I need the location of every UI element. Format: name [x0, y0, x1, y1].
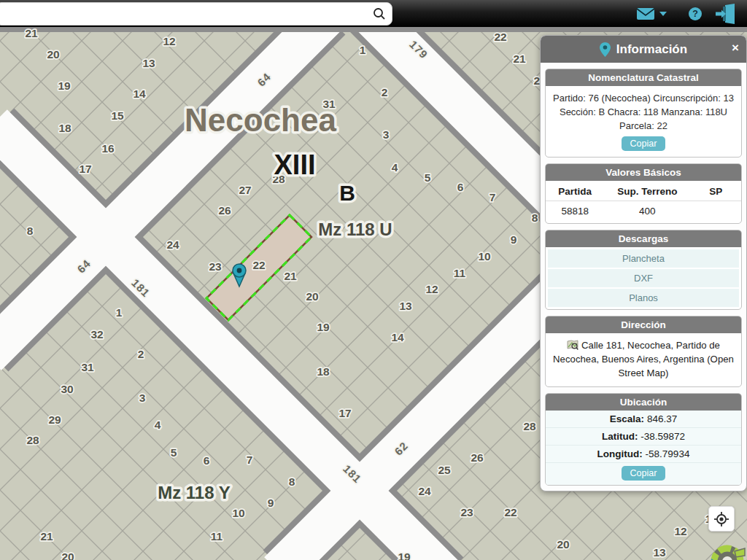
- col-sup-terreno: Sup. Terreno: [604, 181, 690, 201]
- parcel-number-label: 22: [504, 506, 516, 518]
- panel-title-bar: Información ×: [541, 36, 746, 63]
- parcel-number-label: 11: [454, 267, 466, 279]
- latitude-value: -38.59872: [640, 431, 685, 442]
- parcel-number-label: 4: [155, 419, 161, 431]
- map-top-border: [0, 27, 747, 32]
- parcel-number-label: 11: [211, 530, 223, 542]
- parcel-number-label: 23: [460, 506, 473, 518]
- parcel-number-label: 26: [471, 451, 484, 464]
- sp-value: [690, 201, 741, 224]
- app-screen: 2120191213141518161782221201234567891011…: [0, 0, 747, 560]
- parcel-number-label: 20: [306, 290, 318, 303]
- parcel-number-label: 6: [204, 454, 210, 467]
- parcel-number-label: 14: [133, 88, 146, 100]
- section-header: Descargas: [546, 230, 741, 247]
- partida-value: 58818: [546, 201, 604, 224]
- copy-coordinates-button[interactable]: Copiar: [622, 466, 666, 481]
- valores-table: Partida Sup. Terreno SP 58818 400: [546, 181, 741, 223]
- section-nomenclatura: Nomenclatura Catastral Partido: 76 (Neco…: [545, 69, 742, 158]
- mail-button[interactable]: [636, 0, 655, 27]
- section-header: Valores Básicos: [546, 164, 741, 181]
- parcel-number-label: 13: [653, 546, 666, 559]
- download-item-plancheta[interactable]: Plancheta: [548, 249, 739, 268]
- download-item-dxf[interactable]: DXF: [548, 268, 739, 287]
- parcel-number-label: 17: [338, 407, 351, 419]
- parcel-number-label: 21: [284, 270, 297, 282]
- latitude-row: Latitud: -38.59872: [546, 428, 741, 446]
- parcel-number-label: 13: [142, 57, 155, 69]
- section-valores: Valores Básicos Partida Sup. Terreno SP …: [545, 163, 742, 224]
- search-icon[interactable]: [373, 7, 386, 20]
- parcel-number-label: 7: [247, 454, 253, 466]
- help-button[interactable]: ?: [688, 0, 703, 27]
- chevron-down-icon[interactable]: [659, 0, 667, 27]
- locate-button[interactable]: [708, 506, 735, 532]
- parcel-number-label: 14: [391, 331, 404, 343]
- search-input[interactable]: [7, 3, 360, 25]
- scale-value: 846.37: [647, 413, 677, 424]
- col-partida: Partida: [546, 181, 604, 201]
- nomenclatura-line: Sección: B Chacra: 118 Manzana: 118U: [547, 105, 740, 119]
- nomenclatura-line: Parcela: 22: [547, 119, 740, 133]
- close-icon[interactable]: ×: [732, 41, 739, 55]
- parcel-number-label: 21: [513, 52, 526, 65]
- longitude-value: -58.79934: [646, 448, 690, 459]
- map-area-label: Necochea: [185, 102, 336, 138]
- scale-row: Escala: 846.37: [546, 411, 741, 428]
- parcel-number-label: 16: [101, 142, 115, 155]
- help-icon: ?: [688, 7, 703, 21]
- latitude-label: Latitud:: [602, 431, 638, 442]
- parcel-number-label: 32: [90, 328, 103, 341]
- parcel-number-label: 2: [138, 348, 144, 360]
- parcel-number-label: 5: [425, 171, 431, 184]
- map-area-label: B: [339, 181, 355, 205]
- parcel-number-label: 22: [494, 31, 506, 43]
- parcel-number-label: 18: [58, 122, 71, 134]
- parcel-number-label: 21: [40, 530, 53, 542]
- parcel-number-label: 12: [425, 283, 438, 295]
- section-ubicacion: Ubicación Escala: 846.37 Latitud: -38.59…: [545, 393, 742, 486]
- parcel-number-label: 13: [399, 300, 412, 312]
- logout-button[interactable]: [715, 0, 737, 27]
- parcel-number-label: 8: [27, 225, 34, 237]
- copy-nomenclatura-button[interactable]: Copiar: [622, 136, 666, 151]
- parcel-number-label: 20: [47, 48, 59, 61]
- section-direccion: Dirección Calle 181, Necochea, Partido d…: [545, 316, 742, 387]
- map-magnifier-icon: [567, 340, 578, 350]
- parcel-number-label: 4: [392, 161, 398, 174]
- parcel-number-label: 12: [163, 35, 175, 47]
- parcel-number-label: 3: [139, 392, 146, 404]
- parcel-number-label: 20: [61, 551, 74, 560]
- location-pin-icon: [600, 42, 611, 57]
- parcel-number-label: 3: [383, 128, 390, 141]
- parcel-number-label: 15: [111, 109, 124, 122]
- parcel-number-label: 24: [166, 238, 179, 251]
- col-sp: SP: [690, 181, 741, 201]
- parcel-number-label: 19: [398, 551, 411, 560]
- crosshair-icon: [713, 511, 729, 527]
- parcel-number-label: 8: [532, 211, 538, 224]
- parcel-number-label: 7: [489, 191, 496, 203]
- parcel-number-label: 18: [317, 365, 330, 378]
- download-item-planos[interactable]: Planos: [548, 287, 739, 307]
- parcel-number-label: 26: [218, 204, 231, 217]
- map-area-label: Mz 118 Y: [158, 483, 231, 502]
- info-panel: Información × Nomenclatura Catastral Par…: [540, 35, 747, 491]
- parcel-number-label: 28: [523, 420, 536, 432]
- section-header: Ubicación: [546, 394, 741, 411]
- parcel-number-label: 21: [25, 27, 38, 39]
- parcel-number-label: 1: [360, 44, 366, 56]
- parcel-number-label: 31: [81, 361, 94, 373]
- parcel-number-label: 1: [116, 306, 123, 319]
- parcel-number-label: 5: [171, 446, 177, 459]
- address-text: Calle 181, Necochea, Partido de Necochea…: [553, 340, 734, 378]
- parcel-number-label: 2: [382, 86, 388, 98]
- parcel-number-label: 20: [557, 538, 569, 551]
- parcel-number-label: 30: [61, 383, 73, 395]
- parcel-number-label: 9: [268, 497, 274, 509]
- section-header: Nomenclatura Catastral: [546, 69, 741, 86]
- parcel-number-label: 9: [511, 233, 517, 246]
- download-list: PlanchetaDXFPlanos: [546, 247, 741, 309]
- section-header: Dirección: [546, 316, 741, 333]
- parcel-number-label: 19: [317, 321, 330, 333]
